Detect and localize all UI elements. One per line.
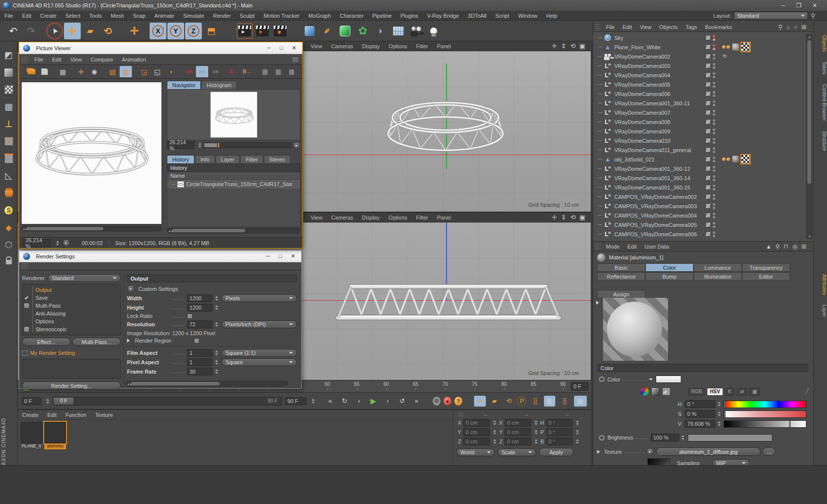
autokey-scale-icon[interactable]: ▰ (489, 396, 500, 407)
menu-item[interactable]: Edit (18, 13, 36, 19)
compare-eye-icon[interactable] (164, 66, 177, 77)
object-row[interactable]: VRayDomeCamera007 (593, 108, 805, 117)
visibility-dots[interactable] (713, 185, 715, 190)
cursor-icon[interactable]: ▲ (765, 243, 771, 250)
color-swatch[interactable] (656, 376, 681, 383)
brightness-slider[interactable] (688, 434, 772, 441)
search-icon[interactable]: ⚲ (778, 24, 783, 31)
material-menu-item[interactable]: Edit (43, 412, 61, 418)
texture-paint-icon[interactable] (2, 186, 16, 200)
ab-horizontal-icon[interactable] (196, 66, 208, 77)
object-row[interactable]: VRayDomeCamera001_360-11 (593, 98, 805, 108)
render-settings-tree-item[interactable]: Save (24, 294, 119, 302)
layer-toggle[interactable] (705, 100, 711, 106)
rotation-field[interactable]: 0 ° (546, 438, 573, 445)
autokey-parent-icon[interactable]: P (517, 396, 526, 406)
object-manager-menu-item[interactable]: Bookmarks (701, 24, 736, 30)
visibility-dots[interactable] (713, 72, 715, 78)
loop-icon[interactable]: ↻ (339, 396, 350, 407)
menu-item[interactable]: Mesh (106, 13, 128, 19)
film-icon[interactable]: ▥ (544, 396, 555, 407)
picture-viewer-window[interactable]: Picture Viewer ─ □ ✕ FileEditViewCompare… (19, 42, 303, 249)
menu-item[interactable]: Snap (128, 13, 150, 19)
polygons-mode-icon[interactable] (2, 169, 16, 183)
info-tab[interactable]: Stereo (264, 155, 290, 163)
add-panel-icon[interactable]: ⊞ (801, 243, 806, 250)
object-row[interactable]: VRayDomeCamera011_general (593, 145, 805, 155)
material-menu-item[interactable]: Function (61, 412, 91, 418)
autokey-rotate-icon[interactable]: ⟲ (503, 396, 514, 407)
mixer-icon[interactable]: ⇄ (737, 388, 747, 396)
picture-viewer-titlebar[interactable]: Picture Viewer ─ □ ✕ (19, 42, 302, 54)
x-axis-lock-icon[interactable]: X (150, 23, 166, 39)
material-menu-item[interactable]: Texture (91, 412, 117, 418)
render-settings-tree-item[interactable]: Anti-Aliasing (24, 310, 119, 317)
material-item[interactable]: aluminiu (44, 422, 66, 449)
viewport-move-icon[interactable]: ✛ (551, 42, 558, 50)
next-frame-icon[interactable]: › (382, 396, 393, 407)
save-icon[interactable] (38, 66, 51, 77)
menu-item[interactable]: Simulate (179, 13, 209, 19)
brightness-field[interactable]: 100 % (651, 434, 679, 441)
menu-item[interactable]: Select (61, 13, 85, 19)
play-icon[interactable]: ▶ (368, 396, 379, 407)
goto-b-icon[interactable] (241, 66, 253, 77)
texture-play-button[interactable]: ▸ (646, 448, 654, 455)
frame-b-icon[interactable] (151, 66, 163, 77)
size-field[interactable]: 0 cm (505, 419, 531, 427)
object-row[interactable]: obj_3dSolid_021 (593, 155, 805, 164)
texture-mode-icon[interactable] (2, 83, 16, 96)
previous-frame-icon[interactable]: ‹ (353, 396, 365, 407)
visibility-dots[interactable] (713, 44, 715, 50)
pan-icon[interactable] (75, 66, 87, 77)
selection-box-icon[interactable] (22, 350, 28, 356)
image-icon[interactable]: ◢ (662, 387, 670, 396)
redo-icon[interactable] (23, 23, 39, 39)
lock-ratio-checkbox[interactable] (187, 314, 192, 319)
light-icon[interactable] (425, 23, 442, 39)
timeline-range-slider[interactable]: 0 F 90 F (53, 397, 282, 406)
visibility-dots[interactable] (713, 231, 715, 237)
color-mode-button[interactable]: RGB (688, 388, 705, 396)
object-row[interactable]: VRayDomeCamera006 (593, 89, 805, 98)
layout-1-icon[interactable] (259, 66, 271, 77)
color-mode-button[interactable]: HSV (707, 388, 723, 396)
status-play-button[interactable]: ▸ (63, 239, 70, 247)
attribute-menu-item[interactable]: Mode (602, 244, 624, 250)
pen-icon[interactable] (319, 23, 336, 39)
picture-viewer-menu-item[interactable]: File (30, 57, 48, 63)
my-render-setting[interactable]: My Render Setting (30, 350, 75, 356)
navigator-zoom-field[interactable]: 26.214 % (167, 141, 194, 149)
info-tab[interactable]: Layer (216, 155, 240, 163)
object-tags[interactable] (722, 53, 727, 60)
layer-toggle[interactable] (705, 175, 711, 181)
viewport-rotate-icon[interactable]: ⟲ (570, 42, 576, 50)
material-channel-tab[interactable]: Luminance (694, 263, 742, 272)
object-row[interactable]: CAMPOS_VRayDomeCamera002 (593, 192, 805, 201)
maximize-button[interactable]: □ (279, 253, 282, 259)
manager-side-tab[interactable]: Takes (814, 58, 827, 78)
menu-item[interactable]: V-Ray Bridge (423, 13, 464, 19)
material-channel-tab[interactable]: Reflectance (597, 272, 645, 281)
end-frame-field[interactable]: 90 F (285, 397, 307, 405)
viewport-menu-item[interactable]: Filter (412, 215, 432, 220)
film-aspect-select[interactable]: Square (1:1) (222, 349, 297, 357)
menu-item[interactable]: Motion Tracker (259, 13, 304, 19)
viewport-move-icon[interactable]: ✛ (551, 214, 558, 221)
visibility-dots[interactable] (713, 54, 715, 60)
visibility-dots[interactable] (713, 147, 715, 153)
render-to-picture-viewer-icon[interactable] (254, 23, 271, 39)
viewport-filter-icon[interactable] (2, 238, 16, 252)
close-button[interactable]: ✕ (291, 253, 295, 259)
visibility-dots[interactable] (713, 222, 715, 228)
object-row[interactable]: VRayDomeCamera003 (593, 61, 805, 70)
edges-mode-icon[interactable] (2, 152, 16, 165)
object-row[interactable]: VRayDomeCamera001_360-12 (593, 164, 805, 173)
object-manager-menu-item[interactable]: Objects (655, 24, 681, 30)
object-row[interactable]: CAMPOS_VRayDomeCamera006 (593, 229, 805, 239)
object-row[interactable]: Plane_Floor_White (593, 42, 805, 52)
object-row[interactable]: CAMPOS_VRayDomeCamera004 (593, 211, 805, 220)
minimize-button[interactable]: ─ (266, 253, 270, 259)
export-image-icon[interactable] (120, 66, 132, 77)
subdivision-surface-icon[interactable] (337, 23, 353, 39)
